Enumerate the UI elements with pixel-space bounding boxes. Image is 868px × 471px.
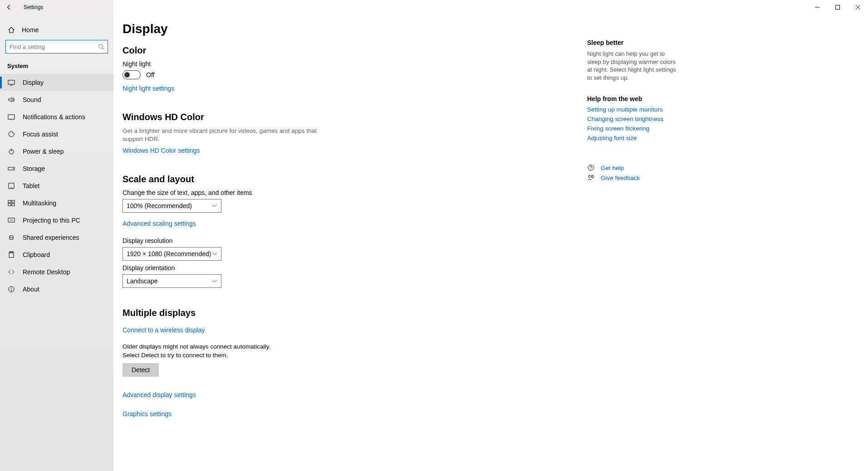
sidebar-item-label: Storage (23, 165, 45, 172)
help-link-multiple-monitors[interactable]: Setting up multiple monitors (587, 106, 678, 113)
orientation-dropdown[interactable]: Landscape (123, 274, 221, 288)
about-icon (7, 286, 15, 293)
detect-desc: Older displays might not always connect … (123, 343, 286, 359)
graphics-settings-link[interactable]: Graphics settings (123, 410, 467, 418)
main-content: Display Color Night light Off Night ligh… (113, 15, 868, 471)
sidebar-item-remote[interactable]: Remote Desktop (0, 263, 113, 281)
sidebar-item-label: Display (23, 79, 44, 86)
chevron-down-icon (212, 251, 217, 257)
sleep-better-text: Night light can help you get to sleep by… (587, 50, 678, 82)
hdcolor-settings-link[interactable]: Windows HD Color settings (123, 147, 200, 154)
sidebar-item-clipboard[interactable]: Clipboard (0, 246, 113, 263)
notifications-icon (7, 113, 15, 121)
sidebar-item-sound[interactable]: Sound (0, 91, 113, 108)
svg-point-2 (99, 44, 103, 49)
svg-point-25 (588, 175, 591, 178)
window-controls (807, 0, 868, 15)
title-bar: Settings (0, 0, 868, 15)
give-feedback-link[interactable]: Give feedback (587, 174, 678, 181)
night-light-settings-link[interactable]: Night light settings (123, 85, 174, 92)
orientation-value: Landscape (127, 277, 158, 285)
remote-icon (7, 268, 15, 276)
tablet-icon (7, 182, 15, 189)
minimize-button[interactable] (807, 0, 827, 15)
sidebar-item-tablet[interactable]: Tablet (0, 177, 113, 194)
sidebar-item-label: Multitasking (23, 199, 56, 207)
sidebar-item-shared[interactable]: Shared experiences (0, 229, 113, 246)
home-label: Home (22, 26, 39, 34)
sound-icon (7, 96, 15, 103)
svg-rect-6 (8, 115, 15, 119)
chevron-down-icon (212, 203, 217, 209)
text-size-label: Change the size of text, apps, and other… (123, 189, 467, 196)
text-size-value: 100% (Recommended) (127, 202, 192, 209)
detect-button-label: Detect (132, 366, 150, 374)
sidebar-item-label: Notifications & actions (23, 113, 85, 121)
detect-button[interactable]: Detect (123, 363, 159, 377)
sidebar-item-about[interactable]: About (0, 281, 113, 298)
svg-point-10 (13, 168, 14, 169)
close-button[interactable] (848, 0, 868, 15)
page-title: Display (123, 22, 467, 36)
svg-point-22 (11, 287, 11, 288)
svg-rect-1 (835, 5, 839, 10)
svg-rect-4 (8, 80, 15, 84)
svg-text:?: ? (589, 165, 592, 170)
help-link-flickering[interactable]: Fixing screen flickering (587, 125, 678, 132)
svg-rect-17 (8, 218, 15, 222)
night-light-toggle[interactable] (123, 70, 141, 79)
get-help-label: Get help (601, 165, 624, 171)
svg-rect-14 (12, 200, 15, 203)
svg-rect-13 (8, 200, 11, 203)
sidebar-item-label: Tablet (23, 182, 39, 189)
get-help-link[interactable]: ? Get help (587, 164, 678, 171)
resolution-label: Display resolution (123, 237, 467, 244)
help-link-brightness[interactable]: Changing screen brightness (587, 116, 678, 122)
night-light-state: Off (146, 71, 154, 78)
sidebar-item-label: Remote Desktop (23, 268, 70, 276)
sleep-better-heading: Sleep better (587, 39, 678, 46)
orientation-label: Display orientation (123, 264, 467, 272)
right-panel: Sleep better Night light can help you ge… (587, 36, 678, 181)
connect-wireless-link[interactable]: Connect to a wireless display (123, 326, 205, 334)
sidebar-item-power[interactable]: Power & sleep (0, 143, 113, 160)
help-link-font-size[interactable]: Adjusting font size (587, 135, 678, 141)
advanced-display-link[interactable]: Advanced display settings (123, 391, 467, 398)
svg-line-3 (103, 48, 104, 50)
text-size-dropdown[interactable]: 100% (Recommended) (123, 199, 221, 213)
focus-assist-icon (7, 131, 15, 138)
hdcolor-desc: Get a brighter and more vibrant picture … (123, 127, 322, 143)
maximize-button[interactable] (827, 0, 848, 15)
sidebar-section-label: System (0, 57, 113, 74)
close-icon (856, 5, 860, 10)
sidebar-item-storage[interactable]: Storage (0, 160, 113, 177)
home-nav-item[interactable]: Home (0, 21, 113, 39)
section-heading-multi: Multiple displays (123, 308, 467, 318)
projecting-icon (7, 217, 15, 224)
multitasking-icon (7, 199, 15, 207)
sidebar-item-label: Power & sleep (23, 148, 64, 155)
sidebar-item-label: About (23, 286, 39, 293)
sidebar-item-display[interactable]: Display (0, 74, 113, 91)
section-heading-scale: Scale and layout (123, 174, 467, 185)
feedback-icon (587, 174, 594, 181)
section-heading-hdcolor: Windows HD Color (123, 112, 467, 122)
sidebar-item-label: Clipboard (23, 251, 50, 258)
night-light-label: Night light (123, 60, 467, 68)
svg-rect-16 (12, 204, 15, 206)
sidebar-item-focus-assist[interactable]: Focus assist (0, 126, 113, 143)
sidebar-item-label: Sound (23, 96, 41, 103)
sidebar-item-label: Focus assist (23, 131, 58, 138)
chevron-down-icon (212, 278, 217, 284)
resolution-dropdown[interactable]: 1920 × 1080 (Recommended) (123, 247, 221, 261)
display-icon (7, 79, 15, 86)
arrow-left-icon (6, 4, 12, 10)
search-input[interactable] (5, 40, 108, 53)
sidebar-item-multitasking[interactable]: Multitasking (0, 194, 113, 212)
sidebar-item-notifications[interactable]: Notifications & actions (0, 108, 113, 126)
back-button[interactable] (0, 0, 18, 15)
sidebar-item-projecting[interactable]: Projecting to this PC (0, 212, 113, 229)
storage-icon (7, 165, 15, 172)
maximize-icon (835, 5, 840, 10)
advanced-scaling-link[interactable]: Advanced scaling settings (123, 220, 196, 227)
